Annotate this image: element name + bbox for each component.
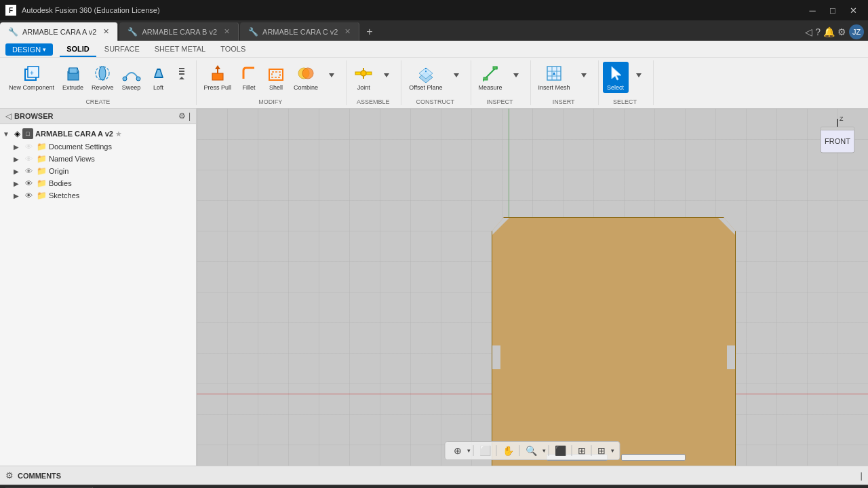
design-button[interactable]: DESIGN ▾	[5, 43, 53, 56]
ribbon-group-insert: Insert Mesh INSERT	[535, 60, 599, 105]
svg-rect-17	[179, 73, 184, 75]
new-tab-button[interactable]: +	[361, 22, 378, 41]
user-icon[interactable]: JZ	[849, 24, 864, 39]
maximize-button[interactable]: □	[823, 3, 842, 17]
extrude-button[interactable]: Extrude	[59, 62, 87, 93]
ribbon-tab-solid[interactable]: SOLID	[60, 42, 96, 57]
assemble-group-label: ASSEMBLE	[351, 96, 395, 105]
viewport[interactable]: Z FRONT ⊕ ▾ ⬜ ✋ 🔍 ▾ ⬛ ⊞ ⊞ ▾	[197, 109, 868, 466]
comments-add-icon[interactable]: |	[861, 470, 863, 481]
grid-dropdown-icon[interactable]: ▾	[611, 447, 614, 454]
joint-label: Joint	[357, 84, 370, 91]
svg-rect-19	[212, 73, 223, 80]
browser-root-star-icon[interactable]: ★	[115, 130, 122, 138]
more-modify-button[interactable]	[323, 62, 340, 85]
title-text: Autodesk Fusion 360 (Education License)	[22, 6, 797, 14]
sketches-folder-icon: 📁	[37, 191, 47, 200]
joint-button[interactable]: Joint	[351, 62, 376, 93]
tab-b-label: ARMABLE CARA B v2	[142, 28, 217, 36]
more-create-button[interactable]	[173, 62, 191, 85]
more-modify-icon	[326, 64, 337, 83]
fit-screen-button[interactable]: ⬛	[552, 444, 569, 457]
more-construct-button[interactable]	[448, 62, 465, 85]
more-assemble-button[interactable]	[378, 62, 395, 85]
browser-item-origin[interactable]: ▶ 👁 📁 Origin	[0, 165, 196, 177]
tab-c-close[interactable]: ✕	[344, 27, 351, 36]
more-insert-button[interactable]	[575, 62, 593, 85]
sketches-label: Sketches	[49, 191, 79, 200]
inspect-tools: Measure	[475, 60, 525, 96]
tab-a[interactable]: 🔧 ARMABLE CARA A v2 ✕	[0, 22, 118, 41]
ribbon-tab-sheet-metal[interactable]: SHEET METAL	[148, 42, 212, 57]
tab-nav-icon[interactable]: ◁	[805, 26, 812, 37]
orbit-button[interactable]: ⊕	[451, 444, 465, 457]
orbit-dropdown-icon[interactable]: ▾	[467, 447, 471, 454]
tab-b-close[interactable]: ✕	[224, 27, 230, 36]
ribbon-tab-surface[interactable]: SURFACE	[98, 42, 146, 57]
svg-rect-22	[269, 69, 283, 80]
sketches-eye-icon[interactable]: 👁	[25, 191, 35, 200]
svg-marker-18	[179, 77, 184, 79]
select-tool-button[interactable]: Select	[603, 62, 629, 93]
browser-item-named-views[interactable]: ▶ 👁 📁 Named Views	[0, 153, 196, 165]
3d-model	[492, 217, 736, 466]
browser-root-label: ARMABLE CARA A v2	[35, 130, 113, 138]
select-tools: Select	[603, 60, 648, 96]
shell-icon	[267, 64, 285, 83]
minimize-button[interactable]: ─	[803, 3, 822, 17]
model-body-face	[492, 217, 736, 466]
press-pull-button[interactable]: Press Pull	[201, 62, 235, 93]
shell-button[interactable]: Shell	[263, 62, 289, 93]
help-icon[interactable]: ?	[815, 26, 821, 37]
measure-button[interactable]: Measure	[475, 62, 506, 93]
close-button[interactable]: ✕	[844, 3, 863, 17]
display-mode-button[interactable]: ⊞	[575, 444, 589, 457]
svg-marker-46	[581, 73, 587, 77]
combine-button[interactable]: Combine	[290, 62, 321, 93]
loft-button[interactable]: Loft	[146, 62, 172, 93]
slot-right	[621, 454, 686, 461]
notification-icon[interactable]: 🔔	[823, 26, 835, 37]
more-inspect-button[interactable]	[507, 62, 525, 85]
tab-c-icon: 🔧	[248, 27, 258, 37]
new-component-button[interactable]: + New Component	[5, 62, 58, 93]
more-select-button[interactable]	[630, 62, 648, 85]
tab-c[interactable]: 🔧 ARMABLE CARA C v2 ✕	[240, 22, 359, 41]
select-group-label: SELECT	[603, 96, 648, 105]
fillet-button[interactable]: Fillet	[236, 62, 262, 93]
browser-item-doc-settings[interactable]: ▶ 👁 📁 Document Settings	[0, 140, 196, 153]
doc-settings-eye-icon: 👁	[25, 143, 35, 151]
zoom-dropdown-icon[interactable]: ▾	[542, 447, 546, 454]
browser-title: BROWSER	[14, 112, 176, 120]
browser-expand-icon[interactable]: |	[189, 111, 191, 121]
ribbon-tab-tools[interactable]: TOOLS	[214, 42, 252, 57]
grid-settings-button[interactable]: ⊞	[595, 444, 608, 457]
browser-root-item[interactable]: ▼ ◈ □ ARMABLE CARA A v2 ★	[0, 127, 196, 140]
view-cube-button[interactable]: ⬜	[477, 444, 494, 457]
offset-plane-button[interactable]: Offset Plane	[406, 62, 446, 93]
view-controls-sep-3	[519, 445, 520, 456]
zoom-button[interactable]: 🔍	[523, 444, 540, 457]
svg-marker-30	[384, 73, 389, 77]
ribbon-group-create: + New Component Extru	[5, 60, 197, 105]
browser-item-bodies[interactable]: ▶ 👁 📁 Bodies	[0, 177, 196, 189]
view-cube[interactable]: Z FRONT	[814, 115, 861, 156]
pan-button[interactable]: ✋	[500, 444, 517, 457]
tab-b[interactable]: 🔧 ARMABLE CARA B v2 ✕	[119, 22, 239, 41]
origin-eye-icon[interactable]: 👁	[25, 167, 35, 175]
named-views-chevron-icon: ▶	[14, 155, 23, 163]
browser-collapse-button[interactable]: ◁	[5, 111, 12, 121]
revolve-label: Revolve	[92, 84, 114, 91]
comments-expand-icon[interactable]: ⚙	[5, 470, 14, 481]
revolve-button[interactable]: Revolve	[88, 62, 117, 93]
sweep-button[interactable]: Sweep	[119, 62, 144, 93]
svg-marker-12	[155, 69, 163, 77]
settings-icon[interactable]: ⚙	[837, 26, 846, 37]
browser-settings-icon[interactable]: ⚙	[178, 111, 186, 121]
insert-mesh-button[interactable]: Insert Mesh	[535, 62, 574, 93]
svg-rect-23	[272, 72, 280, 77]
tab-a-close[interactable]: ✕	[103, 27, 109, 36]
browser-item-sketches[interactable]: ▶ 👁 📁 Sketches	[0, 189, 196, 202]
select-tool-label: Select	[607, 84, 624, 91]
bodies-eye-icon[interactable]: 👁	[25, 179, 35, 187]
